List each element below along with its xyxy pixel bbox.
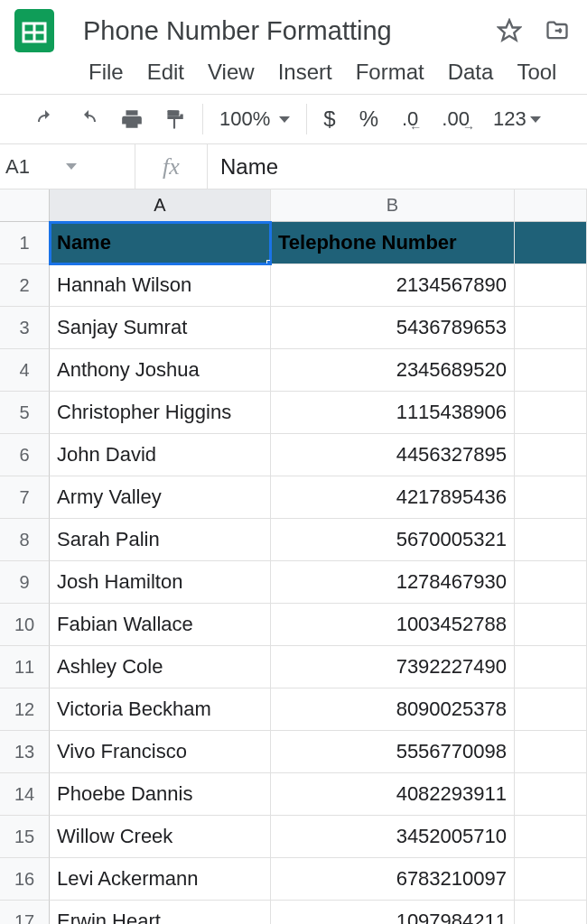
cell[interactable]: Christopher Higgins [50, 392, 271, 434]
row-header[interactable]: 15 [0, 816, 50, 858]
table-row: Fabian Wallace1003452788 [50, 604, 587, 646]
cell[interactable]: John David [50, 434, 271, 476]
row-header[interactable]: 8 [0, 519, 50, 561]
row-header[interactable]: 13 [0, 731, 50, 773]
cell[interactable]: Hannah Wilson [50, 264, 271, 307]
cell[interactable]: Erwin Heart [50, 901, 271, 924]
cell[interactable] [515, 816, 587, 858]
cell[interactable]: Army Valley [50, 476, 271, 519]
cell[interactable] [515, 392, 587, 434]
cell[interactable] [515, 519, 587, 561]
increase-decimal-button[interactable]: .00→ [442, 107, 470, 131]
row-header[interactable]: 5 [0, 392, 50, 434]
cell[interactable]: Sarah Palin [50, 519, 271, 561]
format-currency-button[interactable]: $ [323, 106, 335, 132]
cell[interactable]: 2134567890 [271, 264, 515, 307]
table-row: Army Valley4217895436 [50, 476, 587, 519]
cell[interactable] [515, 901, 587, 924]
number-format-dropdown[interactable]: 123 [493, 107, 541, 131]
row-header[interactable]: 7 [0, 476, 50, 519]
cell[interactable]: 1115438906 [271, 392, 515, 434]
cell[interactable]: Levi Ackermann [50, 858, 271, 901]
paint-format-button[interactable] [163, 106, 186, 132]
select-all-corner[interactable] [0, 189, 50, 222]
cell[interactable] [515, 858, 587, 901]
cell[interactable]: 6783210097 [271, 858, 515, 901]
selection-handle[interactable] [266, 260, 271, 264]
cell[interactable]: 1278467930 [271, 561, 515, 604]
cell[interactable]: Vivo Francisco [50, 731, 271, 773]
row-header[interactable]: 11 [0, 646, 50, 688]
redo-button[interactable] [76, 108, 101, 130]
cell[interactable]: 1003452788 [271, 604, 515, 646]
cell[interactable]: Anthony Joshua [50, 349, 271, 392]
cell[interactable]: 2345689520 [271, 349, 515, 392]
cell-a1-selected[interactable]: Name [50, 222, 271, 264]
formula-input[interactable] [208, 153, 587, 180]
menu-format[interactable]: Format [356, 60, 424, 85]
row-headers: 1 2 3 4 5 6 7 8 9 10 11 12 13 14 15 16 1… [0, 189, 50, 924]
row-header[interactable]: 4 [0, 349, 50, 392]
cell[interactable] [515, 604, 587, 646]
cell[interactable]: Victoria Beckham [50, 688, 271, 731]
cell[interactable]: Fabian Wallace [50, 604, 271, 646]
format-percent-button[interactable]: % [359, 106, 378, 132]
cell[interactable] [515, 476, 587, 519]
row-header[interactable]: 3 [0, 307, 50, 349]
cell[interactable]: 7392227490 [271, 646, 515, 688]
cell[interactable]: Josh Hamilton [50, 561, 271, 604]
cell[interactable]: Phoebe Dannis [50, 773, 271, 816]
cell[interactable]: Ashley Cole [50, 646, 271, 688]
row-header[interactable]: 17 [0, 901, 50, 924]
row-header[interactable]: 10 [0, 604, 50, 646]
cell[interactable] [515, 731, 587, 773]
menu-file[interactable]: File [89, 60, 124, 85]
document-title[interactable]: Phone Number Formatting [83, 16, 392, 46]
cell[interactable]: 8090025378 [271, 688, 515, 731]
sheets-app-icon[interactable] [11, 7, 58, 54]
row-header[interactable]: 1 [0, 222, 50, 264]
star-icon[interactable] [497, 18, 522, 43]
cell[interactable] [515, 561, 587, 604]
row-header[interactable]: 6 [0, 434, 50, 476]
menu-edit[interactable]: Edit [147, 60, 184, 85]
cell[interactable]: 5436789653 [271, 307, 515, 349]
cell[interactable]: 5556770098 [271, 731, 515, 773]
cell[interactable] [515, 646, 587, 688]
row-header[interactable]: 16 [0, 858, 50, 901]
column-header-b[interactable]: B [271, 189, 515, 222]
column-header-c[interactable] [515, 189, 587, 222]
cell[interactable]: 5670005321 [271, 519, 515, 561]
cell[interactable] [515, 688, 587, 731]
zoom-dropdown[interactable]: 100% [219, 107, 290, 131]
cell[interactable] [515, 773, 587, 816]
column-header-a[interactable]: A [50, 189, 271, 222]
row-header[interactable]: 14 [0, 773, 50, 816]
cell[interactable] [515, 264, 587, 307]
undo-button[interactable] [33, 108, 58, 130]
cell[interactable] [515, 349, 587, 392]
cell[interactable]: Willow Creek [50, 816, 271, 858]
menu-insert[interactable]: Insert [278, 60, 332, 85]
menu-tool[interactable]: Tool [517, 60, 556, 85]
cell[interactable]: 4217895436 [271, 476, 515, 519]
row-header[interactable]: 2 [0, 264, 50, 307]
row-header[interactable]: 12 [0, 688, 50, 731]
cell[interactable] [515, 307, 587, 349]
menu-data[interactable]: Data [448, 60, 494, 85]
cell[interactable]: 4456327895 [271, 434, 515, 476]
cell[interactable]: 3452005710 [271, 816, 515, 858]
cell[interactable]: 4082293911 [271, 773, 515, 816]
menu-view[interactable]: View [208, 60, 255, 85]
name-box[interactable]: A1 [0, 144, 135, 189]
arrow-right-icon: → [462, 120, 475, 134]
cell[interactable] [515, 434, 587, 476]
cell[interactable]: 1097984211 [271, 901, 515, 924]
cell[interactable]: Sanjay Sumrat [50, 307, 271, 349]
cell-b1[interactable]: Telephone Number [271, 222, 515, 264]
print-button[interactable] [119, 107, 144, 131]
decrease-decimal-button[interactable]: .0← [402, 107, 418, 131]
row-header[interactable]: 9 [0, 561, 50, 604]
cell[interactable] [515, 222, 587, 264]
move-to-folder-icon[interactable] [544, 18, 571, 43]
